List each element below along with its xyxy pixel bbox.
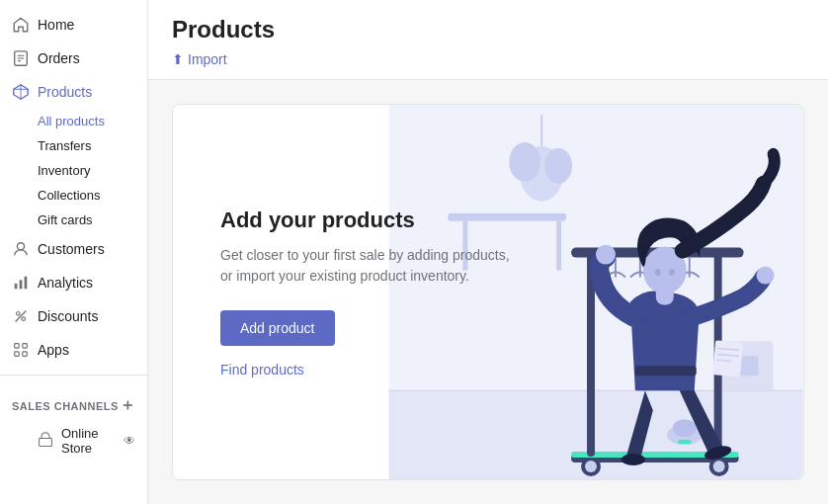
svg-rect-15 (23, 344, 28, 349)
svg-rect-33 (678, 440, 692, 444)
sidebar-item-apps[interactable]: Apps (0, 333, 147, 367)
sidebar-item-apps-label: Apps (38, 342, 69, 358)
sidebar-item-products-label: Products (38, 84, 92, 100)
svg-point-47 (621, 454, 645, 465)
svg-point-51 (757, 267, 775, 285)
svg-rect-16 (15, 352, 20, 357)
empty-state-card: Add your products Get closer to your fir… (172, 104, 804, 480)
sidebar-sub-inventory[interactable]: Inventory (0, 158, 147, 183)
svg-point-55 (669, 269, 675, 276)
sidebar-item-analytics[interactable]: Analytics (0, 266, 147, 299)
sales-channels-section: SALES CHANNELS ＋ Online Store 👁 (0, 375, 147, 462)
svg-point-7 (17, 243, 24, 250)
import-button[interactable]: ⬆ Import (172, 51, 227, 67)
sidebar-item-orders-label: Orders (38, 50, 80, 66)
home-icon (12, 16, 30, 34)
svg-point-54 (655, 269, 661, 276)
sidebar-item-customers-label: Customers (38, 241, 105, 257)
import-icon: ⬆ (172, 51, 184, 67)
svg-point-37 (585, 461, 597, 472)
svg-point-11 (17, 312, 21, 316)
content-area: Add your products Get closer to your fir… (148, 80, 828, 504)
sales-channels-title: SALES CHANNELS ＋ (0, 383, 147, 420)
sidebar-item-analytics-label: Analytics (38, 275, 93, 291)
eye-icon[interactable]: 👁 (124, 434, 135, 448)
svg-point-38 (713, 461, 725, 472)
main-content: Products ⬆ Import Add your products Get … (148, 0, 828, 504)
orders-icon (12, 49, 30, 67)
sidebar-item-discounts[interactable]: Discounts (0, 299, 147, 333)
main-header: Products ⬆ Import (148, 0, 828, 80)
sidebar-item-products[interactable]: Products (0, 75, 147, 109)
svg-point-12 (22, 317, 26, 321)
sidebar-item-home-label: Home (38, 17, 74, 33)
sidebar-item-home[interactable]: Home (0, 8, 147, 42)
add-product-button[interactable]: Add product (220, 310, 335, 346)
apps-icon (12, 341, 30, 359)
svg-rect-10 (25, 277, 28, 290)
svg-rect-24 (556, 221, 561, 271)
sidebar: Home Orders Products All products Transf… (0, 0, 148, 504)
sidebar-item-customers[interactable]: Customers (0, 232, 147, 266)
discounts-icon (12, 307, 30, 325)
find-products-link[interactable]: Find products (220, 362, 517, 378)
svg-rect-18 (40, 438, 52, 446)
svg-rect-9 (20, 280, 23, 289)
svg-rect-14 (15, 344, 20, 349)
analytics-icon (12, 274, 30, 292)
sidebar-sub-all-products[interactable]: All products (0, 109, 147, 133)
empty-state-heading: Add your products (220, 208, 517, 233)
customers-icon (12, 240, 30, 258)
sidebar-item-orders[interactable]: Orders (0, 42, 147, 75)
sidebar-item-online-store[interactable]: Online Store 👁 (0, 420, 147, 462)
svg-rect-17 (23, 352, 28, 357)
page-title: Products (172, 16, 804, 43)
svg-point-28 (544, 148, 572, 184)
svg-rect-56 (712, 340, 743, 377)
sidebar-sub-transfers[interactable]: Transfers (0, 133, 147, 158)
products-icon (12, 83, 30, 101)
empty-state-description: Get closer to your first sale by adding … (220, 245, 517, 287)
store-icon (38, 432, 53, 451)
svg-rect-49 (635, 366, 697, 376)
svg-point-50 (596, 245, 616, 265)
sidebar-sub-collections[interactable]: Collections (0, 183, 147, 208)
empty-state-content: Add your products Get closer to your fir… (220, 208, 517, 378)
svg-point-32 (673, 419, 697, 437)
svg-point-27 (509, 142, 540, 182)
sidebar-sub-gift-cards[interactable]: Gift cards (0, 208, 147, 232)
add-sales-channel-icon[interactable]: ＋ (120, 395, 136, 416)
svg-rect-8 (15, 284, 18, 289)
sidebar-item-discounts-label: Discounts (38, 308, 98, 324)
